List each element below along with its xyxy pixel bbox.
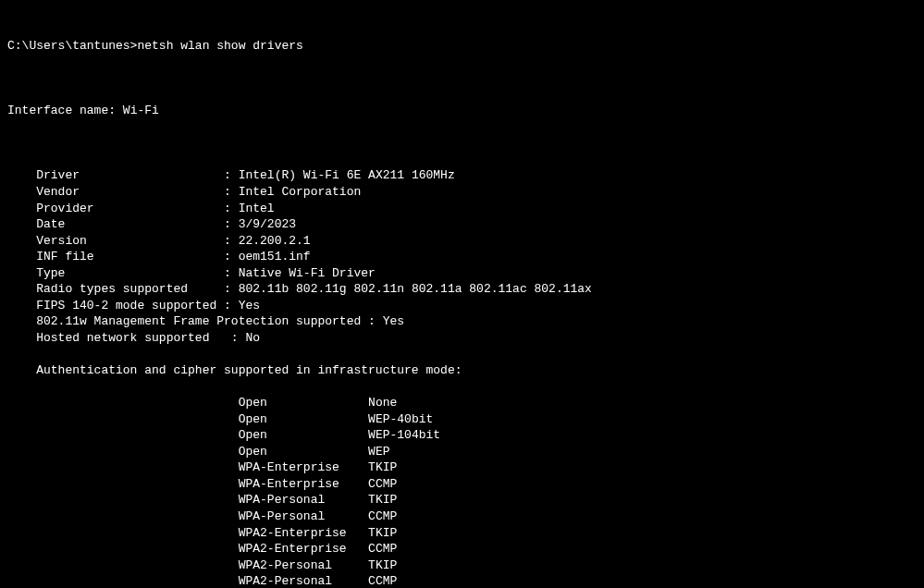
prop-label: Hosted network supported xyxy=(36,331,224,345)
prop-value: 802.11b 802.11g 802.11n 802.11a 802.11ac… xyxy=(239,282,592,296)
cipher-method: TKIP xyxy=(368,460,397,474)
prop-label: FIPS 140-2 mode supported xyxy=(36,299,216,312)
cipher-method: TKIP xyxy=(368,493,397,507)
prop-label: 802.11w Management Frame Protection supp… xyxy=(36,314,361,328)
prop-value: Yes xyxy=(239,299,260,312)
prop-separator: : xyxy=(216,202,238,215)
terminal-output: C:\Users\tantunes>netsh wlan show driver… xyxy=(0,0,924,588)
cipher-method: CCMP xyxy=(368,542,397,556)
auth-cipher-row: Open WEP-40bit xyxy=(7,411,917,428)
prop-separator: : xyxy=(216,185,238,199)
prop-separator: : xyxy=(216,282,238,296)
auth-method: Open xyxy=(239,396,368,410)
prop-label: Radio types supported xyxy=(36,282,216,296)
auth-cipher-row: WPA-Enterprise TKIP xyxy=(7,459,917,476)
auth-method: WPA-Personal xyxy=(239,493,368,507)
auth-cipher-row: WPA-Personal CCMP xyxy=(7,508,917,525)
auth-cipher-row: Open WEP-104bit xyxy=(7,427,917,444)
prop-value: Intel xyxy=(239,202,275,215)
auth-cipher-row: WPA2-Enterprise TKIP xyxy=(7,525,917,542)
prop-separator: : xyxy=(216,266,238,280)
prop-separator: : xyxy=(216,250,238,263)
prop-value: No xyxy=(245,331,260,345)
auth-method: Open xyxy=(239,412,368,426)
cipher-method: WEP xyxy=(368,445,389,459)
cipher-method: TKIP xyxy=(368,526,397,540)
auth-cipher-row: WPA2-Personal CCMP xyxy=(7,573,917,588)
prop-label: Version xyxy=(36,234,216,248)
auth-cipher-row: WPA-Personal TKIP xyxy=(7,492,917,508)
driver-prop-row: INF file : oem151.inf xyxy=(7,249,917,265)
prop-separator: : xyxy=(216,299,238,312)
cipher-method: CCMP xyxy=(368,477,397,491)
prop-value: Yes xyxy=(383,314,404,328)
auth-method: WPA2-Personal xyxy=(239,574,368,588)
cipher-method: CCMP xyxy=(368,574,397,588)
prop-label: INF file xyxy=(36,250,216,263)
driver-prop-row: Provider : Intel xyxy=(7,201,917,217)
auth-header: Authentication and cipher supported in i… xyxy=(36,363,462,377)
prop-value: 22.200.2.1 xyxy=(239,234,311,248)
auth-header-line: Authentication and cipher supported in i… xyxy=(7,362,917,379)
auth-cipher-row: Open None xyxy=(7,395,917,411)
prop-value: 3/9/2023 xyxy=(239,217,296,231)
cipher-method: WEP-104bit xyxy=(368,428,440,442)
prop-separator: : xyxy=(224,331,245,345)
prop-separator: : xyxy=(361,314,382,328)
driver-prop-row: Type : Native Wi-Fi Driver xyxy=(7,265,917,282)
auth-method: WPA2-Personal xyxy=(239,558,368,572)
driver-prop-row: Date : 3/9/2023 xyxy=(7,216,917,233)
driver-prop-row: FIPS 140-2 mode supported : Yes xyxy=(7,298,917,314)
driver-prop-row: Vendor : Intel Corporation xyxy=(7,184,917,201)
prop-value: Intel Corporation xyxy=(239,185,362,199)
prop-label: Type xyxy=(36,266,216,280)
prop-separator: : xyxy=(216,217,238,231)
driver-prop-row: Hosted network supported : No xyxy=(7,330,917,347)
driver-prop-row: Driver : Intel(R) Wi-Fi 6E AX211 160MHz xyxy=(7,167,917,184)
auth-cipher-row: Open WEP xyxy=(7,444,917,460)
prop-label: Date xyxy=(36,217,216,231)
auth-method: WPA2-Enterprise xyxy=(239,542,368,556)
prompt-command: netsh wlan show drivers xyxy=(137,39,302,53)
prompt-path: C:\Users\tantunes> xyxy=(7,39,137,53)
driver-prop-row: 802.11w Management Frame Protection supp… xyxy=(7,313,917,330)
auth-method: Open xyxy=(239,445,368,459)
interface-value: Wi-Fi xyxy=(123,104,159,117)
prop-label: Driver xyxy=(36,168,216,182)
driver-prop-row: Version : 22.200.2.1 xyxy=(7,233,917,250)
auth-method: WPA2-Enterprise xyxy=(239,526,368,540)
driver-prop-row: Radio types supported : 802.11b 802.11g … xyxy=(7,281,917,298)
auth-method: WPA-Enterprise xyxy=(239,477,368,491)
prop-separator: : xyxy=(216,168,238,182)
blank-line xyxy=(7,135,917,152)
prop-label: Provider xyxy=(36,202,216,215)
auth-cipher-row: WPA2-Personal TKIP xyxy=(7,557,917,574)
interface-label: Interface name: xyxy=(7,104,116,117)
prop-label: Vendor xyxy=(36,185,216,199)
auth-method: WPA-Enterprise xyxy=(239,460,368,474)
cipher-method: None xyxy=(368,396,397,410)
auth-method: WPA-Personal xyxy=(239,509,368,523)
auth-cipher-row: WPA2-Enterprise CCMP xyxy=(7,541,917,557)
auth-cipher-row: WPA-Enterprise CCMP xyxy=(7,476,917,493)
cipher-method: CCMP xyxy=(368,509,397,523)
interface-line: Interface name: Wi-Fi xyxy=(7,103,917,119)
prop-value: oem151.inf xyxy=(239,250,311,263)
cipher-method: TKIP xyxy=(368,558,397,572)
prompt-line[interactable]: C:\Users\tantunes>netsh wlan show driver… xyxy=(7,38,917,55)
blank-line xyxy=(7,70,917,87)
prop-separator: : xyxy=(216,234,238,248)
prop-value: Native Wi-Fi Driver xyxy=(239,266,376,280)
auth-method: Open xyxy=(239,428,368,442)
cipher-method: WEP-40bit xyxy=(368,412,433,426)
prop-value: Intel(R) Wi-Fi 6E AX211 160MHz xyxy=(239,168,455,182)
